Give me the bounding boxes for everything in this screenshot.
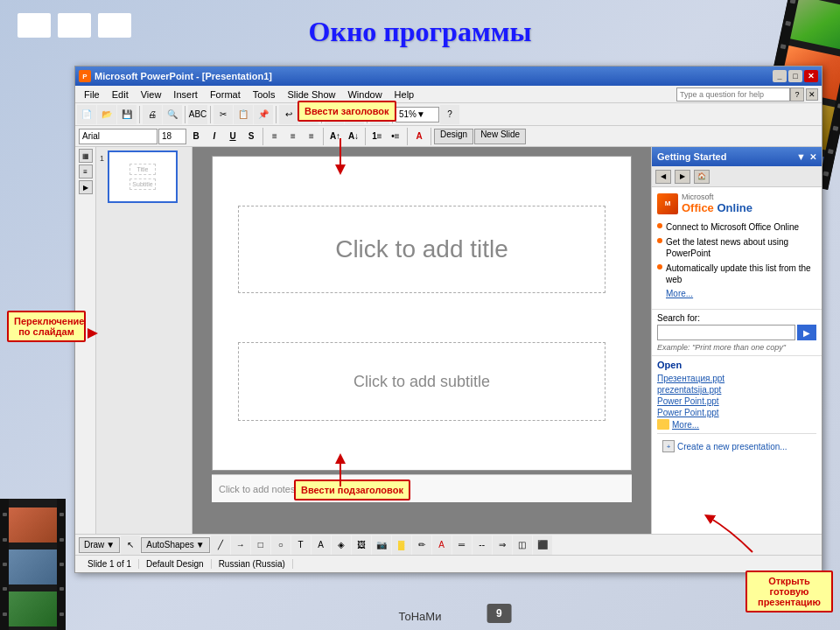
- normal-view-btn[interactable]: ▦: [79, 149, 93, 163]
- help-search: ? ✕: [676, 88, 818, 102]
- open-title: Open: [657, 360, 816, 370]
- save-btn[interactable]: 💾: [117, 105, 136, 124]
- notes-area: Click to add notes: [212, 474, 632, 502]
- arrow-style-btn[interactable]: ⇒: [493, 536, 512, 555]
- wordart-btn[interactable]: A: [312, 536, 331, 555]
- sep4: [276, 106, 276, 123]
- numbering-btn[interactable]: 1≡: [368, 129, 386, 144]
- align-center[interactable]: ≡: [284, 129, 302, 144]
- draw-button[interactable]: Draw ▼: [79, 537, 120, 553]
- menu-file[interactable]: File: [79, 88, 105, 101]
- help-btn2[interactable]: ?: [440, 105, 459, 124]
- print-btn[interactable]: 🖨: [143, 105, 162, 124]
- more-files-link[interactable]: More...: [672, 420, 699, 430]
- search-go-button[interactable]: ▶: [797, 325, 816, 340]
- bullets-btn[interactable]: •≡: [387, 129, 404, 144]
- spell-btn[interactable]: ABC: [188, 105, 207, 124]
- undo-btn[interactable]: ↩: [279, 105, 298, 124]
- maximize-button[interactable]: □: [788, 70, 802, 82]
- menu-insert[interactable]: Insert: [168, 88, 203, 101]
- autoshapes-button[interactable]: AutoShapes ▼: [141, 537, 209, 553]
- align-right[interactable]: ≡: [303, 129, 320, 144]
- file-link-3[interactable]: Power Point.ppt: [657, 396, 816, 406]
- 3d-style-btn[interactable]: ⬛: [533, 536, 552, 555]
- menu-close-button[interactable]: ✕: [806, 88, 818, 101]
- office-online-text: Microsoft Office Online: [682, 192, 752, 214]
- fmt-sep4: [407, 128, 408, 145]
- panel-forward-btn[interactable]: ▶: [675, 170, 690, 184]
- panel-home-btn[interactable]: 🏠: [694, 170, 710, 184]
- font-name-input[interactable]: [79, 129, 158, 144]
- fmt-sep5: [430, 128, 431, 145]
- dash-style-btn[interactable]: --: [472, 536, 492, 555]
- main-area: ▦ ≡ ▶ 1 Title Subtitle Click to add titl…: [75, 147, 822, 534]
- picture-btn[interactable]: 📷: [372, 536, 391, 555]
- right-panel: Getting Started ▼ ✕ ◀ ▶ 🏠 M Microsoft Of…: [651, 147, 822, 534]
- outline-view-btn[interactable]: ≡: [79, 164, 93, 178]
- more-files-row[interactable]: More...: [657, 419, 816, 430]
- slide-thumbnail[interactable]: Title Subtitle: [108, 150, 178, 203]
- file-link-2[interactable]: prezentatsija.ppt: [657, 385, 816, 395]
- design-button[interactable]: Design: [434, 129, 473, 144]
- clipart-btn[interactable]: 🖼: [352, 536, 371, 555]
- panel-dropdown-icon[interactable]: ▼: [796, 151, 806, 162]
- search-input[interactable]: [657, 325, 795, 340]
- align-left[interactable]: ≡: [266, 129, 284, 144]
- new-slide-button[interactable]: New Slide: [474, 129, 526, 144]
- subtitle-annotation: Ввести подзаголовок: [294, 480, 410, 500]
- file-link-4[interactable]: Power Point.ppt: [657, 408, 816, 417]
- underline-button[interactable]: U: [224, 129, 242, 144]
- subtitle-placeholder[interactable]: Click to add subtitle: [238, 342, 606, 421]
- diagram-btn[interactable]: ◈: [332, 536, 351, 555]
- textbox-btn[interactable]: T: [291, 536, 311, 555]
- bold-button[interactable]: B: [187, 129, 205, 144]
- line-btn[interactable]: ╱: [211, 536, 230, 555]
- decrease-font[interactable]: A↓: [345, 129, 362, 144]
- slide-canvas: Click to add title Click to add subtitle: [212, 156, 632, 471]
- menu-window[interactable]: Window: [342, 88, 387, 101]
- title-placeholder[interactable]: Click to add title: [238, 206, 606, 293]
- open-btn[interactable]: 📂: [97, 105, 116, 124]
- copy-btn[interactable]: 📋: [234, 105, 253, 124]
- arrow-btn[interactable]: →: [231, 536, 250, 555]
- select-btn[interactable]: ↖: [121, 536, 140, 555]
- close-button[interactable]: ✕: [804, 70, 818, 82]
- panel-close-button[interactable]: ✕: [809, 152, 816, 162]
- menu-view[interactable]: View: [136, 88, 167, 101]
- new-btn[interactable]: 📄: [77, 105, 96, 124]
- line-color-btn[interactable]: ✏: [412, 536, 431, 555]
- cut-btn[interactable]: ✂: [214, 105, 233, 124]
- font-color-btn2[interactable]: A: [432, 536, 452, 555]
- help-button[interactable]: ?: [790, 88, 804, 102]
- menu-tools[interactable]: Tools: [248, 88, 281, 101]
- new-presentation-btn[interactable]: + Create a new presentation...: [657, 438, 816, 455]
- language-status: Russian (Russia): [212, 559, 293, 569]
- italic-button[interactable]: I: [206, 129, 223, 144]
- open-annotation: Открыть готовую презентацию: [746, 570, 833, 612]
- slideshow-view-btn[interactable]: ▶: [79, 180, 93, 194]
- line-style-btn[interactable]: ═: [452, 536, 472, 555]
- minimize-button[interactable]: _: [773, 70, 787, 82]
- help-search-input[interactable]: [676, 88, 790, 102]
- paste-btn[interactable]: 📌: [254, 105, 273, 124]
- rect-btn[interactable]: □: [251, 536, 270, 555]
- font-size-input[interactable]: [158, 129, 186, 144]
- menu-format[interactable]: Format: [205, 88, 246, 101]
- preview-btn[interactable]: 🔍: [163, 105, 182, 124]
- slide-number: 1: [100, 154, 104, 163]
- menu-edit[interactable]: Edit: [107, 88, 134, 101]
- shadow-button[interactable]: S: [242, 129, 260, 144]
- more-link[interactable]: More...: [657, 289, 816, 298]
- notes-placeholder-text[interactable]: Click to add notes: [219, 484, 295, 494]
- ppt-window: P Microsoft PowerPoint - [Presentation1]…: [74, 66, 822, 573]
- oval-btn[interactable]: ○: [271, 536, 290, 555]
- file-link-1[interactable]: Презентация.ppt: [657, 374, 816, 383]
- menu-help[interactable]: Help: [389, 88, 420, 101]
- menu-slideshow[interactable]: Slide Show: [282, 88, 340, 101]
- font-color-btn[interactable]: A: [410, 129, 428, 144]
- panel-back-btn[interactable]: ◀: [655, 170, 671, 184]
- tona-mi-text: ТоНаМи: [399, 610, 442, 623]
- fill-color-btn[interactable]: ▓: [392, 536, 411, 555]
- folder-icon: [657, 419, 669, 430]
- shadow-style-btn[interactable]: ◫: [513, 536, 532, 555]
